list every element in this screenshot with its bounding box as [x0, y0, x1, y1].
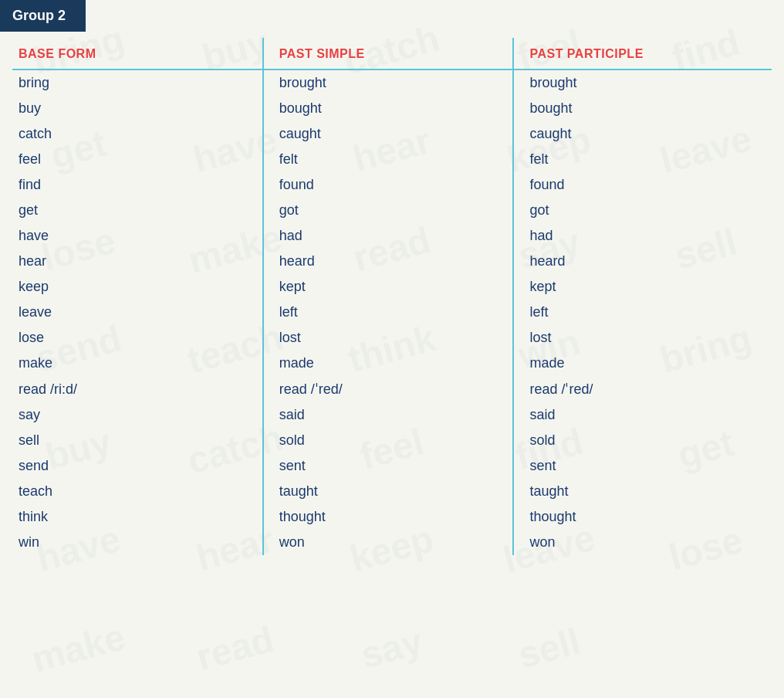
col-header-base: BASE FORM: [12, 38, 263, 69]
cell-base-form: say: [12, 402, 263, 428]
cell-past-simple: lost: [263, 325, 514, 351]
cell-past-simple: caught: [263, 121, 514, 147]
col-header-past-participle: PAST PARTICIPLE: [513, 38, 772, 69]
table-row: loselostlost: [12, 325, 772, 351]
cell-past-simple: said: [263, 402, 514, 428]
table-header-row: BASE FORM PAST SIMPLE PAST PARTICIPLE: [12, 38, 772, 69]
cell-base-form: lose: [12, 325, 263, 351]
cell-past-participle: taught: [513, 479, 772, 504]
table-row: sendsentsent: [12, 453, 772, 479]
group-title: Group 2: [12, 8, 66, 23]
table-row: keepkeptkept: [12, 274, 772, 300]
cell-base-form: send: [12, 453, 263, 479]
cell-base-form: have: [12, 223, 263, 249]
cell-past-participle: won: [513, 530, 772, 555]
cell-base-form: get: [12, 198, 263, 223]
cell-base-form: teach: [12, 479, 263, 504]
cell-past-participle: kept: [513, 274, 772, 300]
table-row: winwonwon: [12, 530, 772, 555]
cell-past-participle: had: [513, 223, 772, 249]
cell-base-form: catch: [12, 121, 263, 147]
table-row: makemademade: [12, 351, 772, 376]
cell-past-simple: felt: [263, 147, 514, 172]
cell-base-form: leave: [12, 300, 263, 325]
table-row: sellsoldsold: [12, 428, 772, 453]
cell-past-participle: brought: [513, 69, 772, 96]
table-row: havehadhad: [12, 223, 772, 249]
cell-past-simple: made: [263, 351, 514, 376]
cell-past-participle: sent: [513, 453, 772, 479]
cell-past-participle: sold: [513, 428, 772, 453]
cell-base-form: think: [12, 504, 263, 530]
cell-past-participle: read /ˈred/: [513, 376, 772, 402]
cell-past-simple: had: [263, 223, 514, 249]
cell-base-form: hear: [12, 249, 263, 274]
table-row: findfoundfound: [12, 172, 772, 198]
table-row: saysaidsaid: [12, 402, 772, 428]
cell-base-form: buy: [12, 96, 263, 121]
cell-past-participle: said: [513, 402, 772, 428]
cell-past-simple: found: [263, 172, 514, 198]
cell-past-participle: lost: [513, 325, 772, 351]
cell-past-participle: left: [513, 300, 772, 325]
cell-past-simple: brought: [263, 69, 514, 96]
cell-past-participle: caught: [513, 121, 772, 147]
table-row: getgotgot: [12, 198, 772, 223]
cell-past-simple: thought: [263, 504, 514, 530]
cell-past-participle: heard: [513, 249, 772, 274]
verb-table-container: BASE FORM PAST SIMPLE PAST PARTICIPLE br…: [0, 38, 784, 555]
cell-past-participle: found: [513, 172, 772, 198]
cell-past-participle: felt: [513, 147, 772, 172]
cell-base-form: make: [12, 351, 263, 376]
cell-past-simple: taught: [263, 479, 514, 504]
cell-base-form: bring: [12, 69, 263, 96]
table-row: buyboughtbought: [12, 96, 772, 121]
table-row: bringbroughtbrought: [12, 69, 772, 96]
table-row: feelfeltfelt: [12, 147, 772, 172]
table-row: catchcaughtcaught: [12, 121, 772, 147]
cell-base-form: keep: [12, 274, 263, 300]
table-row: leaveleftleft: [12, 300, 772, 325]
page-content: Group 2 BASE FORM PAST SIMPLE PAST PARTI…: [0, 0, 784, 555]
group-header: Group 2: [0, 0, 86, 32]
cell-past-simple: won: [263, 530, 514, 555]
cell-past-simple: heard: [263, 249, 514, 274]
col-header-past-simple: PAST SIMPLE: [263, 38, 514, 69]
cell-past-simple: sold: [263, 428, 514, 453]
cell-base-form: find: [12, 172, 263, 198]
table-row: thinkthoughtthought: [12, 504, 772, 530]
cell-base-form: sell: [12, 428, 263, 453]
cell-past-participle: got: [513, 198, 772, 223]
cell-past-simple: bought: [263, 96, 514, 121]
cell-base-form: read /ri:d/: [12, 376, 263, 402]
cell-past-simple: sent: [263, 453, 514, 479]
cell-past-participle: made: [513, 351, 772, 376]
cell-past-simple: read /ˈred/: [263, 376, 514, 402]
table-row: hearheardheard: [12, 249, 772, 274]
cell-base-form: win: [12, 530, 263, 555]
cell-base-form: feel: [12, 147, 263, 172]
verb-table: BASE FORM PAST SIMPLE PAST PARTICIPLE br…: [12, 38, 772, 555]
table-row: read /ri:d/read /ˈred/read /ˈred/: [12, 376, 772, 402]
cell-past-simple: left: [263, 300, 514, 325]
cell-past-simple: got: [263, 198, 514, 223]
cell-past-participle: thought: [513, 504, 772, 530]
table-row: teachtaughttaught: [12, 479, 772, 504]
cell-past-participle: bought: [513, 96, 772, 121]
cell-past-simple: kept: [263, 274, 514, 300]
